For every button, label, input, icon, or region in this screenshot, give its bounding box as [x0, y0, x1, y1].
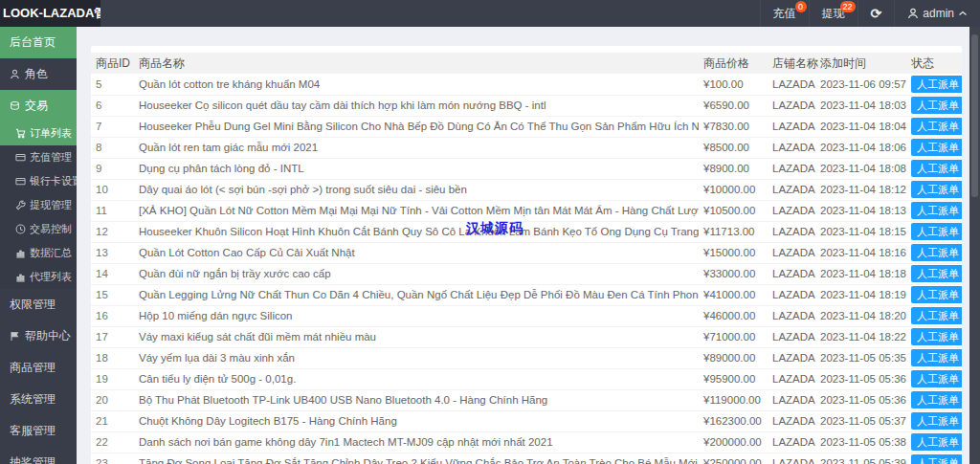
page-scrollbar[interactable] [969, 27, 980, 464]
manual-dispatch-button[interactable]: 人工派单 [911, 370, 962, 387]
table-row: 22Danh sách nơi bán game không dây 7in1 … [91, 431, 962, 453]
product-price: ¥41000.00 [699, 284, 768, 305]
table-row: 23Tăng Đơ Song Loại Tăng Đơ Sắt Tăng Chỉ… [91, 453, 962, 464]
sidebar-item[interactable]: 银行卡设置 [0, 169, 77, 193]
column-header: 商品ID [91, 53, 134, 74]
manual-dispatch-button[interactable]: 人工派单 [911, 265, 962, 282]
store-name: LAZADA [768, 179, 815, 200]
added-time: 2023-11-04 18:08:22 [815, 158, 906, 179]
added-time: 2023-11-05 05:36:48 [815, 389, 906, 410]
sidebar-item-label: 交易 [25, 98, 48, 114]
product-name: Dụng cụ phân tách lòng đỏ - INTL [134, 158, 699, 179]
manual-dispatch-button[interactable]: 人工派单 [911, 139, 962, 156]
sidebar-item[interactable]: 帮助中心 [0, 320, 77, 352]
manual-dispatch-button[interactable]: 人工派单 [911, 391, 962, 409]
recharge-label: 充值 [773, 0, 796, 27]
trade-icon [10, 100, 20, 111]
store-name: LAZADA [768, 74, 815, 95]
sidebar-item[interactable]: 交易控制 [0, 217, 77, 241]
status-cell: 人工派单 [906, 453, 962, 464]
recharge-menu[interactable]: 充值 0 [760, 0, 809, 27]
manual-dispatch-button[interactable]: 人工派单 [911, 412, 962, 430]
table-row: 18Váy yếm lụa dài 3 màu xinh xắn¥89000.0… [91, 347, 962, 368]
product-id: 20 [91, 389, 134, 410]
manual-dispatch-button[interactable]: 人工派单 [911, 76, 962, 93]
sidebar-item[interactable]: 客服管理 [0, 415, 77, 447]
store-name: LAZADA [768, 263, 815, 284]
product-price: ¥250000.00 [699, 453, 768, 464]
flag-icon [10, 331, 20, 342]
store-name: LAZADA [768, 347, 815, 368]
sidebar-item[interactable]: 数据汇总 [0, 241, 77, 265]
status-cell: 人工派单 [906, 263, 962, 284]
sidebar-item[interactable]: 抽奖管理 [0, 447, 77, 464]
manual-dispatch-button[interactable]: 人工派单 [911, 181, 962, 198]
sidebar-item[interactable]: 系统管理 [0, 384, 77, 415]
sidebar-item[interactable]: 角色 [0, 58, 77, 90]
manual-dispatch-button[interactable]: 人工派单 [911, 454, 962, 464]
user-menu[interactable]: admin [894, 0, 980, 27]
column-header: 店铺名称 [768, 53, 815, 74]
manual-dispatch-button[interactable]: 人工派单 [911, 307, 962, 324]
user-name: admin [923, 0, 954, 27]
manual-dispatch-button[interactable]: 人工派单 [911, 118, 962, 135]
sidebar-item[interactable]: 权限管理 [0, 289, 77, 320]
scrollbar-thumb[interactable] [971, 34, 978, 197]
manual-dispatch-button[interactable]: 人工派单 [911, 223, 962, 240]
manual-dispatch-button[interactable]: 人工派单 [911, 97, 962, 114]
product-id: 9 [91, 158, 134, 179]
table-row: 16Hộp 10 miếng dán ngực Silicon¥46000.00… [91, 305, 962, 326]
sidebar-item[interactable]: 代理列表 [0, 265, 77, 289]
product-id: 17 [91, 326, 134, 347]
status-cell: 人工派单 [906, 326, 962, 347]
sidebar-item-label: 商品管理 [10, 360, 56, 376]
product-price: ¥15000.00 [699, 242, 768, 263]
manual-dispatch-button[interactable]: 人工派单 [911, 286, 962, 303]
manual-dispatch-button[interactable]: 人工派单 [911, 349, 962, 366]
table-row: 5Quần lót cotton tre kháng khuẩn M04¥100… [91, 74, 962, 95]
added-time: 2023-11-04 18:22:52 [815, 326, 906, 347]
store-name: LAZADA [768, 95, 815, 116]
added-time: 2023-11-05 05:35:07 [815, 347, 906, 368]
product-price: ¥10500.00 [699, 200, 768, 221]
refresh-button[interactable]: ⟳ [858, 0, 895, 27]
top-header: LOOK-LAZADA管理后... 充值 0 提现 22 ⟳ admin [0, 0, 980, 27]
chevron-up-icon [958, 10, 968, 17]
sidebar-item[interactable]: 订单列表 [0, 122, 77, 145]
sidebar-item[interactable]: 提现管理 [0, 193, 77, 217]
sidebar-item[interactable]: 后台首页 [0, 27, 77, 58]
store-name: LAZADA [768, 326, 815, 347]
manual-dispatch-button[interactable]: 人工派单 [911, 328, 962, 345]
sidebar-item[interactable]: 交易 [0, 90, 77, 122]
status-cell: 人工派单 [906, 95, 962, 116]
status-cell: 人工派单 [906, 137, 962, 158]
added-time: 2023-11-04 18:19:17 [815, 284, 906, 305]
store-name: LAZADA [768, 389, 815, 410]
manual-dispatch-button[interactable]: 人工派单 [911, 202, 962, 219]
orders-table-card: 商品ID商品名称商品价格店铺名称添加时间状态 5Quần lót cotton … [91, 46, 962, 464]
manual-dispatch-button[interactable]: 人工派单 [911, 160, 962, 177]
added-time: 2023-11-04 18:20:13 [815, 305, 906, 326]
withdraw-menu[interactable]: 提现 22 [809, 0, 858, 27]
product-name: Tăng Đơ Song Loại Tăng Đơ Sắt Tăng Chỉnh… [134, 453, 699, 464]
sidebar-item-label: 抽奖管理 [10, 454, 56, 464]
product-id: 6 [91, 95, 134, 116]
status-cell: 人工派单 [906, 389, 962, 410]
manual-dispatch-button[interactable]: 人工派单 [911, 433, 962, 451]
sidebar-item[interactable]: 充值管理 [0, 145, 77, 169]
added-time: 2023-11-05 05:37:34 [815, 410, 906, 431]
product-name: Quần Lót Cotton Cao Cấp Củ Cải Xuất Nhật [134, 242, 699, 263]
manual-dispatch-button[interactable]: 人工派单 [911, 244, 962, 261]
table-row: 8Quần lót ren tam giác mẫu mới 2021¥8500… [91, 137, 962, 158]
sidebar-item-label: 客服管理 [10, 423, 56, 439]
table-row: 7Houseeker Phễu Dung Gel Mini Bằng Silic… [91, 116, 962, 137]
store-name: LAZADA [768, 368, 815, 389]
sidebar-nav: 后台首页角色交易订单列表充值管理银行卡设置提现管理交易控制数据汇总代理列表权限管… [0, 27, 77, 464]
product-price: ¥200000.00 [699, 431, 768, 453]
sidebar-item[interactable]: 商品管理 [0, 352, 77, 384]
product-name: Bộ Thu Phát Bluetooth TP-Link UB400 USB … [134, 389, 699, 410]
product-name: Váy yếm lụa dài 3 màu xinh xắn [134, 347, 699, 368]
table-row: 10Dây quai áo lót (< sợi bún -sợi phở >)… [91, 179, 962, 200]
refresh-icon: ⟳ [871, 0, 882, 27]
store-name: LAZADA [768, 453, 815, 464]
